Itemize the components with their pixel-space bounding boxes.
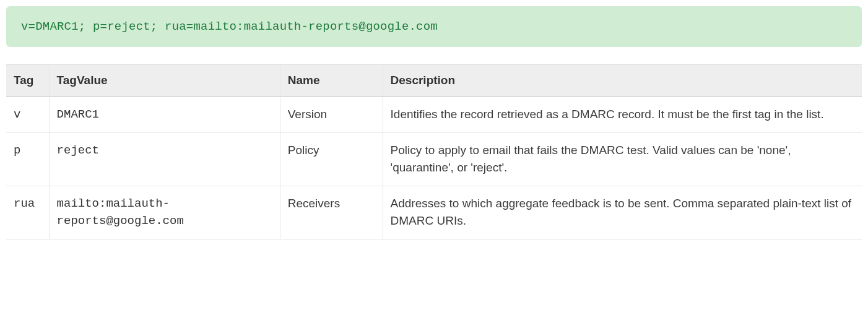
cell-tagvalue: reject bbox=[49, 132, 280, 186]
header-name: Name bbox=[280, 65, 383, 97]
header-tag: Tag bbox=[6, 65, 49, 97]
cell-description: Policy to apply to email that fails the … bbox=[383, 132, 862, 186]
cell-tag: rua bbox=[6, 186, 49, 239]
table-row: p reject Policy Policy to apply to email… bbox=[6, 132, 862, 186]
header-description: Description bbox=[383, 65, 862, 97]
table-row: v DMARC1 Version Identifies the record r… bbox=[6, 97, 862, 132]
dmarc-tags-table: Tag TagValue Name Description v DMARC1 V… bbox=[6, 64, 862, 239]
cell-description: Addresses to which aggregate feedback is… bbox=[383, 186, 862, 239]
cell-name: Policy bbox=[280, 132, 383, 186]
dmarc-record-banner: v=DMARC1; p=reject; rua=mailto:mailauth-… bbox=[6, 6, 862, 47]
cell-tag: p bbox=[6, 132, 49, 186]
cell-tagvalue: mailto:mailauth-reports@google.com bbox=[49, 186, 280, 239]
cell-name: Receivers bbox=[280, 186, 383, 239]
cell-tagvalue: DMARC1 bbox=[49, 97, 280, 132]
table-header-row: Tag TagValue Name Description bbox=[6, 65, 862, 97]
header-tagvalue: TagValue bbox=[49, 65, 280, 97]
cell-description: Identifies the record retrieved as a DMA… bbox=[383, 97, 862, 132]
dmarc-record-text: v=DMARC1; p=reject; rua=mailto:mailauth-… bbox=[21, 20, 438, 33]
table-row: rua mailto:mailauth-reports@google.com R… bbox=[6, 186, 862, 239]
cell-tag: v bbox=[6, 97, 49, 132]
cell-name: Version bbox=[280, 97, 383, 132]
